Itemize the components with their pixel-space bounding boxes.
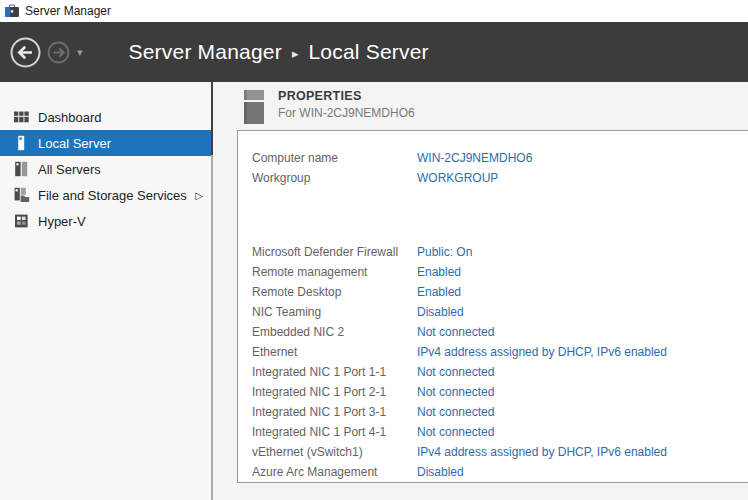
property-row: WorkgroupWORKGROUP xyxy=(238,168,748,188)
back-arrow-icon xyxy=(10,37,41,68)
property-value-link[interactable]: Not connected xyxy=(417,425,494,439)
property-value-link[interactable]: Disabled xyxy=(417,465,464,479)
sidebar-item-all-servers[interactable]: All Servers xyxy=(0,156,211,182)
property-value-link[interactable]: WIN-2CJ9NEMDHO6 xyxy=(417,151,532,165)
property-value-link[interactable]: Enabled xyxy=(417,265,461,279)
property-label: Microsoft Defender Firewall xyxy=(238,245,417,259)
property-row: Azure Arc ManagementDisabled xyxy=(238,462,748,482)
sidebar-item-local-server[interactable]: Local Server xyxy=(0,130,211,156)
property-row: EthernetIPv4 address assigned by DHCP, I… xyxy=(238,342,748,362)
property-label: Integrated NIC 1 Port 3-1 xyxy=(238,405,417,419)
server-tower-icon xyxy=(244,90,264,124)
breadcrumb-server-manager[interactable]: Server Manager xyxy=(129,40,282,64)
property-label: Remote management xyxy=(238,265,417,279)
property-group: Computer nameWIN-2CJ9NEMDHO6WorkgroupWOR… xyxy=(238,148,748,188)
property-row: Remote managementEnabled xyxy=(238,262,748,282)
sidebar-item-label: All Servers xyxy=(38,162,101,177)
property-row: vEthernet (vSwitch1)IPv4 address assigne… xyxy=(238,442,748,462)
property-value-link[interactable]: Disabled xyxy=(417,305,464,319)
dashboard-grid-icon xyxy=(13,109,30,125)
breadcrumb-local-server[interactable]: Local Server xyxy=(308,40,428,64)
content-area: DashboardLocal ServerAll ServersFile and… xyxy=(0,82,748,500)
property-value-link[interactable]: WORKGROUP xyxy=(417,171,498,185)
property-label: NIC Teaming xyxy=(238,305,417,319)
property-row: Embedded NIC 2Not connected xyxy=(238,322,748,342)
property-label: Workgroup xyxy=(238,171,417,185)
forward-arrow-icon xyxy=(47,41,70,64)
property-value-link[interactable]: Not connected xyxy=(417,385,494,399)
title-bar[interactable]: Server Manager xyxy=(0,0,748,22)
property-label: Ethernet xyxy=(238,345,417,359)
property-row: Integrated NIC 1 Port 1-1Not connected xyxy=(238,362,748,382)
property-label: Integrated NIC 1 Port 1-1 xyxy=(238,365,417,379)
sidebar-item-label: File and Storage Services xyxy=(38,188,187,203)
property-label: Embedded NIC 2 xyxy=(238,325,417,339)
hyper-v-icon xyxy=(13,213,30,229)
sidebar: DashboardLocal ServerAll ServersFile and… xyxy=(0,82,211,500)
properties-subtitle: For WIN-2CJ9NEMDHO6 xyxy=(278,106,415,120)
property-row: NIC TeamingDisabled xyxy=(238,302,748,322)
property-label: Integrated NIC 1 Port 4-1 xyxy=(238,425,417,439)
file-storage-services-icon xyxy=(13,187,30,203)
property-value-link[interactable]: IPv4 address assigned by DHCP, IPv6 enab… xyxy=(417,345,667,359)
property-row: Integrated NIC 1 Port 4-1Not connected xyxy=(238,422,748,442)
properties-list: Computer nameWIN-2CJ9NEMDHO6WorkgroupWOR… xyxy=(238,148,748,482)
sidebar-item-dashboard[interactable]: Dashboard xyxy=(0,104,211,130)
property-row: Integrated NIC 1 Port 3-1Not connected xyxy=(238,402,748,422)
properties-panel: Computer nameWIN-2CJ9NEMDHO6WorkgroupWOR… xyxy=(237,130,748,483)
properties-title: PROPERTIES xyxy=(278,89,415,103)
sidebar-item-file-and-storage-services[interactable]: File and Storage Services▷ xyxy=(0,182,211,208)
main-pane: PROPERTIES For WIN-2CJ9NEMDHO6 Computer … xyxy=(213,82,748,500)
local-server-icon xyxy=(13,135,30,151)
submenu-arrow-icon[interactable]: ▷ xyxy=(195,190,203,201)
sidebar-item-hyper-v[interactable]: Hyper-V xyxy=(0,208,211,234)
breadcrumb: Server Manager ▸ Local Server xyxy=(129,40,429,64)
property-value-link[interactable]: Not connected xyxy=(417,365,494,379)
sidebar-item-label: Dashboard xyxy=(38,110,102,125)
property-label: Computer name xyxy=(238,151,417,165)
property-row: Integrated NIC 1 Port 2-1Not connected xyxy=(238,382,748,402)
property-row: Remote DesktopEnabled xyxy=(238,282,748,302)
chevron-down-icon[interactable]: ▾ xyxy=(77,46,83,59)
sidebar-item-label: Hyper-V xyxy=(38,214,86,229)
property-group: Microsoft Defender FirewallPublic: OnRem… xyxy=(238,242,748,482)
property-label: Azure Arc Management xyxy=(238,465,417,479)
property-value-link[interactable]: Not connected xyxy=(417,325,494,339)
window-title: Server Manager xyxy=(25,4,111,18)
property-row: Computer nameWIN-2CJ9NEMDHO6 xyxy=(238,148,748,168)
server-manager-toolbox-icon xyxy=(4,3,20,19)
property-row: Microsoft Defender FirewallPublic: On xyxy=(238,242,748,262)
breadcrumb-separator-icon: ▸ xyxy=(292,46,299,61)
all-servers-icon xyxy=(13,161,30,177)
properties-titles: PROPERTIES For WIN-2CJ9NEMDHO6 xyxy=(278,89,415,120)
property-label: Integrated NIC 1 Port 2-1 xyxy=(238,385,417,399)
properties-header: PROPERTIES For WIN-2CJ9NEMDHO6 xyxy=(237,82,748,130)
property-value-link[interactable]: Not connected xyxy=(417,405,494,419)
forward-button[interactable] xyxy=(45,39,71,65)
property-value-link[interactable]: Public: On xyxy=(417,245,472,259)
property-value-link[interactable]: Enabled xyxy=(417,285,461,299)
property-value-link[interactable]: IPv4 address assigned by DHCP, IPv6 enab… xyxy=(417,445,667,459)
property-label: vEthernet (vSwitch1) xyxy=(238,445,417,459)
server-manager-window: Server Manager ▾ Server Manager ▸ xyxy=(0,0,748,500)
back-button[interactable] xyxy=(9,36,41,68)
sidebar-item-label: Local Server xyxy=(38,136,111,151)
navigation-bar: ▾ Server Manager ▸ Local Server xyxy=(0,22,748,82)
property-label: Remote Desktop xyxy=(238,285,417,299)
